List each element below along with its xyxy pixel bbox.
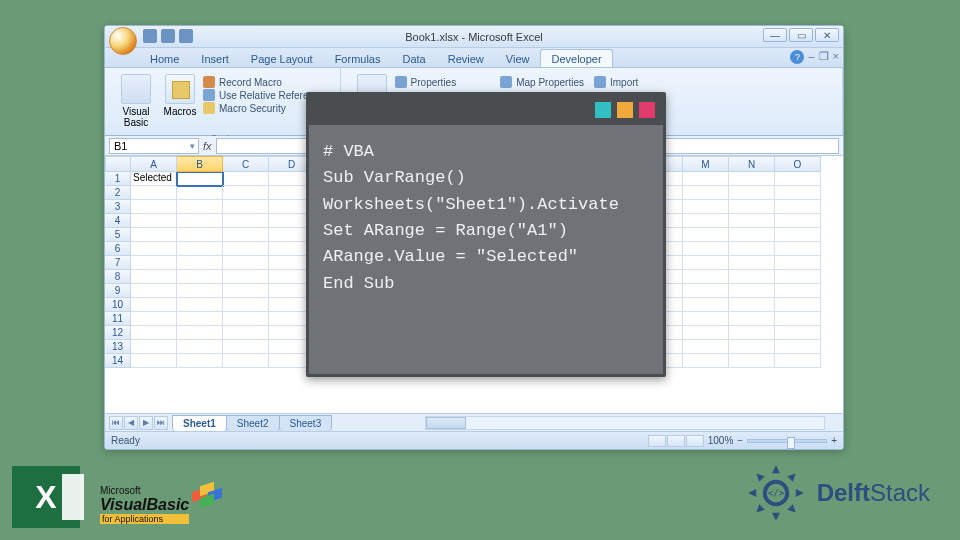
cell-N2[interactable] <box>729 186 775 200</box>
close-button[interactable]: ✕ <box>815 28 839 42</box>
row-header-13[interactable]: 13 <box>105 340 131 354</box>
cell-C5[interactable] <box>223 228 269 242</box>
cell-M3[interactable] <box>683 200 729 214</box>
sheet-last-icon[interactable]: ⏭ <box>154 416 168 430</box>
row-header-12[interactable]: 12 <box>105 326 131 340</box>
cell-M13[interactable] <box>683 340 729 354</box>
cell-A10[interactable] <box>131 298 177 312</box>
row-header-5[interactable]: 5 <box>105 228 131 242</box>
cell-O11[interactable] <box>775 312 821 326</box>
office-button[interactable] <box>109 27 137 55</box>
maximize-button[interactable]: ▭ <box>789 28 813 42</box>
zoom-in-button[interactable]: + <box>831 435 837 446</box>
cell-N13[interactable] <box>729 340 775 354</box>
cell-C2[interactable] <box>223 186 269 200</box>
cell-O12[interactable] <box>775 326 821 340</box>
sheet-tab-1[interactable]: Sheet1 <box>172 415 227 431</box>
cell-B7[interactable] <box>177 256 223 270</box>
horizontal-scrollbar[interactable] <box>425 416 825 430</box>
cell-M8[interactable] <box>683 270 729 284</box>
tab-data[interactable]: Data <box>391 49 436 67</box>
cell-B1[interactable] <box>177 172 223 186</box>
cell-N4[interactable] <box>729 214 775 228</box>
save-icon[interactable] <box>143 29 157 43</box>
column-header-A[interactable]: A <box>131 156 177 172</box>
cell-A3[interactable] <box>131 200 177 214</box>
cell-N1[interactable] <box>729 172 775 186</box>
cell-B14[interactable] <box>177 354 223 368</box>
macros-button[interactable]: Macros <box>159 74 201 117</box>
cell-N12[interactable] <box>729 326 775 340</box>
cell-O3[interactable] <box>775 200 821 214</box>
cell-C13[interactable] <box>223 340 269 354</box>
row-header-7[interactable]: 7 <box>105 256 131 270</box>
cell-B6[interactable] <box>177 242 223 256</box>
cell-C6[interactable] <box>223 242 269 256</box>
cell-O14[interactable] <box>775 354 821 368</box>
cell-N3[interactable] <box>729 200 775 214</box>
row-header-8[interactable]: 8 <box>105 270 131 284</box>
sheet-tab-3[interactable]: Sheet3 <box>279 415 333 431</box>
view-normal-icon[interactable] <box>648 435 666 447</box>
cell-M14[interactable] <box>683 354 729 368</box>
column-header-C[interactable]: C <box>223 156 269 172</box>
cell-A5[interactable] <box>131 228 177 242</box>
cell-B3[interactable] <box>177 200 223 214</box>
cell-O10[interactable] <box>775 298 821 312</box>
cell-B8[interactable] <box>177 270 223 284</box>
cell-B12[interactable] <box>177 326 223 340</box>
cell-M11[interactable] <box>683 312 729 326</box>
cell-M12[interactable] <box>683 326 729 340</box>
cell-N9[interactable] <box>729 284 775 298</box>
cell-N6[interactable] <box>729 242 775 256</box>
select-all-corner[interactable] <box>105 156 131 172</box>
doc-restore-button[interactable]: ❐ <box>819 50 829 64</box>
row-header-3[interactable]: 3 <box>105 200 131 214</box>
cell-B9[interactable] <box>177 284 223 298</box>
cell-A13[interactable] <box>131 340 177 354</box>
import-button[interactable]: Import <box>594 76 638 88</box>
row-header-2[interactable]: 2 <box>105 186 131 200</box>
cell-N5[interactable] <box>729 228 775 242</box>
cell-B11[interactable] <box>177 312 223 326</box>
name-box[interactable]: B1 <box>109 138 199 154</box>
cell-N8[interactable] <box>729 270 775 284</box>
cell-C14[interactable] <box>223 354 269 368</box>
cell-A6[interactable] <box>131 242 177 256</box>
column-header-M[interactable]: M <box>683 156 729 172</box>
row-header-11[interactable]: 11 <box>105 312 131 326</box>
doc-minimize-button[interactable]: – <box>808 50 814 64</box>
column-header-B[interactable]: B <box>177 156 223 172</box>
cell-N11[interactable] <box>729 312 775 326</box>
cell-A4[interactable] <box>131 214 177 228</box>
cell-M9[interactable] <box>683 284 729 298</box>
tab-insert[interactable]: Insert <box>190 49 240 67</box>
cell-C10[interactable] <box>223 298 269 312</box>
tab-page-layout[interactable]: Page Layout <box>240 49 324 67</box>
redo-icon[interactable] <box>179 29 193 43</box>
cell-M1[interactable] <box>683 172 729 186</box>
cell-O6[interactable] <box>775 242 821 256</box>
cell-C11[interactable] <box>223 312 269 326</box>
row-header-9[interactable]: 9 <box>105 284 131 298</box>
cell-C12[interactable] <box>223 326 269 340</box>
zoom-slider[interactable] <box>747 439 827 443</box>
cell-A7[interactable] <box>131 256 177 270</box>
help-icon[interactable]: ? <box>790 50 804 64</box>
cell-N14[interactable] <box>729 354 775 368</box>
row-header-4[interactable]: 4 <box>105 214 131 228</box>
row-header-10[interactable]: 10 <box>105 298 131 312</box>
zoom-out-button[interactable]: − <box>737 435 743 446</box>
tab-home[interactable]: Home <box>139 49 190 67</box>
tab-view[interactable]: View <box>495 49 541 67</box>
record-macro-button[interactable]: Record Macro <box>203 76 330 88</box>
cell-O7[interactable] <box>775 256 821 270</box>
cell-A8[interactable] <box>131 270 177 284</box>
cell-A14[interactable] <box>131 354 177 368</box>
cell-A11[interactable] <box>131 312 177 326</box>
cell-C1[interactable] <box>223 172 269 186</box>
visual-basic-button[interactable]: Visual Basic <box>115 74 157 128</box>
sheet-next-icon[interactable]: ▶ <box>139 416 153 430</box>
minimize-button[interactable]: — <box>763 28 787 42</box>
cell-O9[interactable] <box>775 284 821 298</box>
